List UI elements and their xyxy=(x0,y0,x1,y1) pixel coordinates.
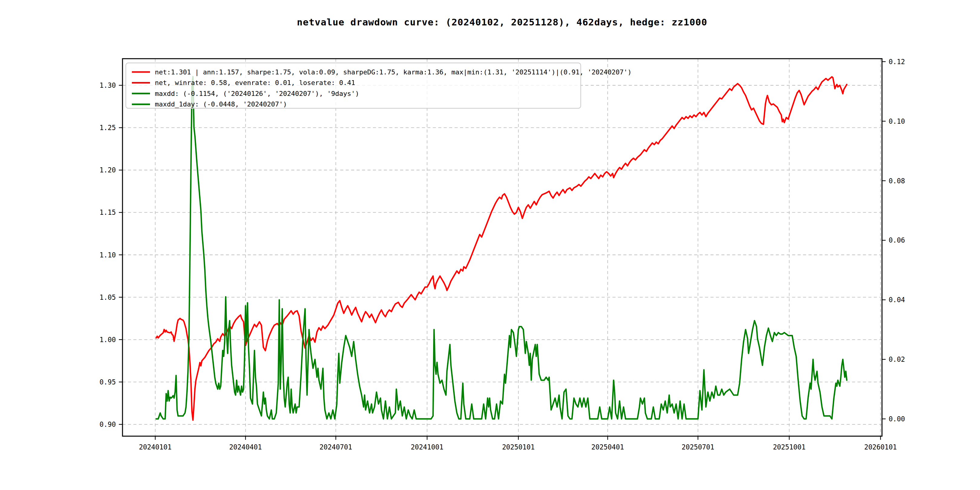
y-left-tick-label: 1.00 xyxy=(100,336,116,344)
y-right-tick-label: 0.08 xyxy=(889,177,905,185)
y-left-tick-label: 1.15 xyxy=(100,208,116,216)
x-axis-tick-label: 20260101 xyxy=(864,443,897,451)
y-right-tick-label: 0.04 xyxy=(889,296,905,304)
y-left-tick-label: 1.20 xyxy=(100,166,116,174)
y-left-tick-label: 1.30 xyxy=(100,81,116,89)
x-axis-tick-label: 20250101 xyxy=(502,443,535,451)
y-right-tick-label: 0.10 xyxy=(889,117,905,125)
netvalue-drawdown-figure: 2024010120240401202407012024100120250101… xyxy=(0,0,980,490)
y-left-tick-label: 0.90 xyxy=(100,420,116,428)
legend: net:1.301 | ann:1.157, sharpe:1.75, vola… xyxy=(126,63,632,108)
x-axis-tick-label: 20240701 xyxy=(320,443,352,451)
y-right-tick-label: 0.00 xyxy=(889,415,905,423)
x-axis-tick-label: 20240401 xyxy=(229,443,262,451)
x-axis-tick-label: 20250401 xyxy=(591,443,624,451)
x-axis-tick-label: 20250701 xyxy=(682,443,714,451)
series-lines xyxy=(156,76,847,420)
x-axis-tick-label: 20240101 xyxy=(139,443,172,451)
legend-entry-label: maxdd_1day: (-0.0448, '20240207') xyxy=(155,100,287,108)
y-right-tick-label: 0.02 xyxy=(889,355,905,363)
chart-title: netvalue drawdown curve: (20240102, 2025… xyxy=(297,17,708,27)
chart-canvas: 2024010120240401202407012024100120250101… xyxy=(0,0,980,490)
y-left-tick-label: 1.10 xyxy=(100,251,116,259)
net-curve xyxy=(156,77,847,420)
x-axis-tick-label: 20241001 xyxy=(411,443,444,451)
y-left-tick-label: 0.95 xyxy=(100,378,116,386)
y-right-tick-label: 0.12 xyxy=(889,58,905,66)
x-axis-tick-label: 20251001 xyxy=(773,443,805,451)
y-left-tick-label: 1.05 xyxy=(100,293,116,301)
axes: 2024010120240401202407012024100120250101… xyxy=(100,58,905,451)
legend-entry-label: net:1.301 | ann:1.157, sharpe:1.75, vola… xyxy=(155,68,632,76)
legend-entry-label: maxdd: (-0.1154, ('20240126', '20240207'… xyxy=(155,90,360,97)
y-left-tick-label: 1.25 xyxy=(100,124,116,132)
legend-entry-label: net, winrate: 0.58, evenrate: 0.01, lose… xyxy=(155,79,355,86)
y-right-tick-label: 0.06 xyxy=(889,236,905,244)
